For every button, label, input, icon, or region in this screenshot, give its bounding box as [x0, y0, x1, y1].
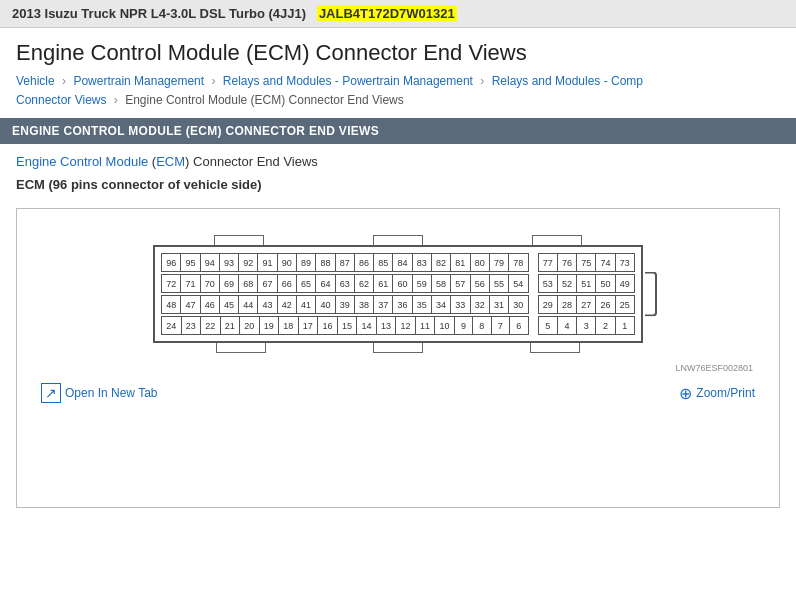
pin-cell-57[interactable]: 57 — [451, 275, 470, 293]
pin-cell-30[interactable]: 30 — [509, 296, 528, 314]
pin-cell-92[interactable]: 92 — [239, 254, 258, 272]
pin-cell-29[interactable]: 29 — [538, 296, 557, 314]
pin-cell-15[interactable]: 15 — [337, 317, 357, 335]
pin-cell-86[interactable]: 86 — [354, 254, 373, 272]
pin-cell-85[interactable]: 85 — [374, 254, 393, 272]
pin-cell-16[interactable]: 16 — [318, 317, 338, 335]
pin-cell-91[interactable]: 91 — [258, 254, 277, 272]
pin-cell-20[interactable]: 20 — [240, 317, 260, 335]
pin-cell-53[interactable]: 53 — [538, 275, 557, 293]
pin-cell-93[interactable]: 93 — [219, 254, 238, 272]
pin-cell-81[interactable]: 81 — [451, 254, 470, 272]
pin-cell-19[interactable]: 19 — [259, 317, 279, 335]
pin-cell-80[interactable]: 80 — [470, 254, 489, 272]
pin-cell-39[interactable]: 39 — [335, 296, 354, 314]
pin-cell-73[interactable]: 73 — [615, 254, 634, 272]
pin-cell-3[interactable]: 3 — [577, 317, 596, 335]
pin-cell-6[interactable]: 6 — [509, 317, 528, 335]
pin-cell-24[interactable]: 24 — [162, 317, 182, 335]
pin-cell-35[interactable]: 35 — [412, 296, 431, 314]
pin-cell-82[interactable]: 82 — [431, 254, 450, 272]
breadcrumb-vehicle[interactable]: Vehicle — [16, 74, 55, 88]
pin-cell-43[interactable]: 43 — [258, 296, 277, 314]
pin-cell-33[interactable]: 33 — [451, 296, 470, 314]
pin-cell-52[interactable]: 52 — [557, 275, 576, 293]
pin-cell-37[interactable]: 37 — [374, 296, 393, 314]
pin-cell-7[interactable]: 7 — [491, 317, 509, 335]
pin-cell-32[interactable]: 32 — [470, 296, 489, 314]
pin-cell-36[interactable]: 36 — [393, 296, 412, 314]
pin-cell-42[interactable]: 42 — [277, 296, 296, 314]
pin-cell-67[interactable]: 67 — [258, 275, 277, 293]
pin-cell-68[interactable]: 68 — [239, 275, 258, 293]
pin-cell-56[interactable]: 56 — [470, 275, 489, 293]
breadcrumb-connector-views[interactable]: Connector Views — [16, 93, 107, 107]
pin-cell-44[interactable]: 44 — [239, 296, 258, 314]
pin-cell-17[interactable]: 17 — [298, 317, 318, 335]
pin-cell-34[interactable]: 34 — [431, 296, 450, 314]
pin-cell-8[interactable]: 8 — [473, 317, 491, 335]
pin-cell-70[interactable]: 70 — [200, 275, 219, 293]
pin-cell-62[interactable]: 62 — [354, 275, 373, 293]
pin-cell-51[interactable]: 51 — [577, 275, 596, 293]
pin-cell-88[interactable]: 88 — [316, 254, 335, 272]
pin-cell-79[interactable]: 79 — [489, 254, 508, 272]
pin-cell-48[interactable]: 48 — [162, 296, 181, 314]
pin-cell-78[interactable]: 78 — [509, 254, 528, 272]
pin-cell-2[interactable]: 2 — [596, 317, 615, 335]
pin-cell-87[interactable]: 87 — [335, 254, 354, 272]
pin-cell-83[interactable]: 83 — [412, 254, 431, 272]
open-new-tab-link[interactable]: ↗ Open In New Tab — [41, 383, 158, 403]
pin-cell-14[interactable]: 14 — [357, 317, 377, 335]
pin-cell-27[interactable]: 27 — [577, 296, 596, 314]
pin-cell-9[interactable]: 9 — [454, 317, 472, 335]
pin-cell-26[interactable]: 26 — [596, 296, 615, 314]
ecm-abbreviation-link[interactable]: ECM — [156, 154, 185, 169]
pin-cell-63[interactable]: 63 — [335, 275, 354, 293]
pin-cell-77[interactable]: 77 — [538, 254, 557, 272]
pin-cell-41[interactable]: 41 — [296, 296, 315, 314]
zoom-print-link[interactable]: ⊕ Zoom/Print — [679, 384, 755, 403]
pin-cell-58[interactable]: 58 — [431, 275, 450, 293]
pin-cell-18[interactable]: 18 — [279, 317, 299, 335]
pin-cell-66[interactable]: 66 — [277, 275, 296, 293]
breadcrumb-relays-modules[interactable]: Relays and Modules - Powertrain Manageme… — [223, 74, 473, 88]
pin-cell-28[interactable]: 28 — [557, 296, 576, 314]
pin-cell-61[interactable]: 61 — [374, 275, 393, 293]
pin-cell-13[interactable]: 13 — [376, 317, 396, 335]
pin-cell-23[interactable]: 23 — [181, 317, 201, 335]
pin-cell-94[interactable]: 94 — [200, 254, 219, 272]
pin-cell-69[interactable]: 69 — [219, 275, 238, 293]
pin-cell-10[interactable]: 10 — [435, 317, 455, 335]
pin-cell-65[interactable]: 65 — [296, 275, 315, 293]
pin-cell-84[interactable]: 84 — [393, 254, 412, 272]
pin-cell-96[interactable]: 96 — [162, 254, 181, 272]
pin-cell-12[interactable]: 12 — [396, 317, 416, 335]
pin-cell-54[interactable]: 54 — [509, 275, 528, 293]
pin-cell-40[interactable]: 40 — [316, 296, 335, 314]
pin-cell-76[interactable]: 76 — [557, 254, 576, 272]
pin-cell-75[interactable]: 75 — [577, 254, 596, 272]
pin-cell-31[interactable]: 31 — [489, 296, 508, 314]
pin-cell-95[interactable]: 95 — [181, 254, 200, 272]
pin-cell-21[interactable]: 21 — [220, 317, 240, 335]
pin-cell-22[interactable]: 22 — [201, 317, 221, 335]
pin-cell-49[interactable]: 49 — [615, 275, 634, 293]
pin-cell-5[interactable]: 5 — [538, 317, 557, 335]
pin-cell-74[interactable]: 74 — [596, 254, 615, 272]
pin-cell-89[interactable]: 89 — [296, 254, 315, 272]
ecm-link[interactable]: Engine Control Module — [16, 154, 148, 169]
pin-cell-1[interactable]: 1 — [615, 317, 634, 335]
pin-cell-90[interactable]: 90 — [277, 254, 296, 272]
pin-cell-4[interactable]: 4 — [557, 317, 576, 335]
pin-cell-45[interactable]: 45 — [219, 296, 238, 314]
pin-cell-47[interactable]: 47 — [181, 296, 200, 314]
breadcrumb-powertrain[interactable]: Powertrain Management — [73, 74, 204, 88]
pin-cell-25[interactable]: 25 — [615, 296, 634, 314]
pin-cell-46[interactable]: 46 — [200, 296, 219, 314]
pin-cell-60[interactable]: 60 — [393, 275, 412, 293]
pin-cell-50[interactable]: 50 — [596, 275, 615, 293]
pin-cell-71[interactable]: 71 — [181, 275, 200, 293]
pin-cell-59[interactable]: 59 — [412, 275, 431, 293]
breadcrumb-relays-comp[interactable]: Relays and Modules - Comp — [492, 74, 643, 88]
